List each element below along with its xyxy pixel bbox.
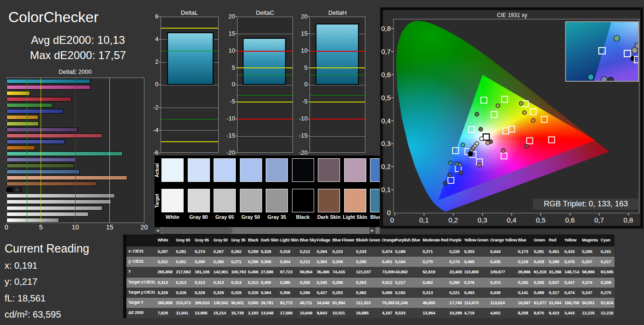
svg-text:0,2: 0,2	[448, 216, 458, 224]
svg-text:0,4: 0,4	[507, 216, 517, 224]
svg-text:0: 0	[390, 216, 394, 224]
svg-text:0: 0	[387, 209, 391, 217]
svg-text:0,3: 0,3	[477, 216, 487, 224]
svg-text:0,5: 0,5	[381, 94, 391, 102]
svg-text:0,4: 0,4	[381, 117, 391, 125]
svg-text:RGB Triplet: 0, 133, 163: RGB Triplet: 0, 133, 163	[544, 199, 628, 208]
svg-text:0,7: 0,7	[381, 48, 391, 55]
svg-text:0,7: 0,7	[594, 216, 604, 224]
svg-text:0,3: 0,3	[381, 139, 391, 147]
svg-text:0,2: 0,2	[381, 162, 391, 170]
svg-text:0,6: 0,6	[565, 216, 575, 224]
svg-text:0,1: 0,1	[419, 216, 429, 224]
svg-text:0,1: 0,1	[381, 186, 391, 193]
svg-text:0,5: 0,5	[536, 216, 546, 224]
svg-text:0,8: 0,8	[624, 216, 633, 224]
svg-text:0,6: 0,6	[381, 71, 391, 78]
svg-text:0,8: 0,8	[381, 24, 391, 32]
